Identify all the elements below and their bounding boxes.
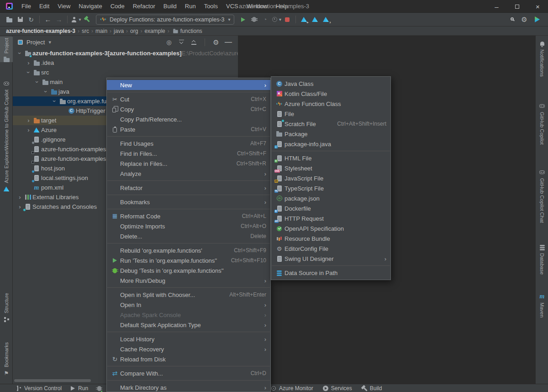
menubar-item-navigate[interactable]: Navigate [74, 0, 106, 13]
breadcrumb-item-functions[interactable]: functions [170, 27, 204, 35]
chevron-collapsed-icon[interactable]: › [25, 127, 32, 133]
run-button[interactable] [238, 14, 249, 25]
tool-window-button-github-copilot[interactable]: GitHub Copilot [536, 101, 548, 154]
chevron-expanded-icon[interactable]: › [34, 79, 41, 85]
azure-button[interactable] [310, 14, 321, 25]
breadcrumb-item-azure-function-examples-3[interactable]: azure-function-examples-3 [5, 28, 77, 34]
menu-item-new[interactable]: New› [107, 80, 270, 90]
menu-item-javascript-file[interactable]: JSJavaScript File [271, 173, 390, 183]
menu-item-stylesheet[interactable]: CSSStylesheet [271, 163, 390, 173]
menu-item-refactor[interactable]: Refactor› [107, 183, 270, 193]
menu-item-editorconfig-file[interactable]: ⚙EditorConfig File [271, 244, 390, 254]
search-button[interactable] [506, 14, 517, 25]
menu-item-cut[interactable]: ✂CutCtrl+X [107, 94, 270, 104]
menubar-item-help[interactable]: Help [272, 0, 292, 13]
collapse-all-button[interactable] [190, 38, 198, 46]
menu-item-html-file[interactable]: HHTML File [271, 153, 390, 163]
tool-window-button-welcome-to-github-copilot[interactable]: Welcome to GitHub Copilot [0, 79, 13, 145]
hide-button[interactable]: — [224, 38, 232, 46]
menubar-item-refactor[interactable]: Refactor [129, 0, 159, 13]
menu-item-java-class[interactable]: CJava Class [271, 79, 390, 89]
menu-item-paste[interactable]: PasteCtrl+V [107, 124, 270, 134]
menu-item-package-info-java[interactable]: jpackage-info.java [271, 139, 390, 149]
menu-item-bookmarks[interactable]: Bookmarks› [107, 197, 270, 207]
plugin-button[interactable] [532, 14, 543, 25]
coverage-button[interactable]: ◔ [260, 14, 271, 25]
menu-item-kotlin-class-file[interactable]: KKotlin Class/File [271, 89, 390, 99]
menu-item-file[interactable]: File [271, 109, 390, 119]
chevron-collapsed-icon[interactable]: › [16, 194, 23, 201]
menu-item-find-in-files[interactable]: Find in Files...Ctrl+Shift+F [107, 148, 270, 159]
status-bar-item-azure-monitor[interactable]: Azure Monitor [270, 385, 313, 392]
menu-item-debug-tests-in-org-example-functions[interactable]: Debug 'Tests in 'org.example.functions'' [107, 265, 270, 275]
status-bar-item-build[interactable]: Build [361, 385, 382, 392]
breadcrumb-item-java[interactable]: java [112, 28, 125, 34]
menu-item-cache-recovery[interactable]: Cache Recovery› [107, 344, 270, 354]
profiler-button[interactable]: ▾ [271, 14, 282, 25]
menubar-item-code[interactable]: Code [106, 0, 129, 13]
menu-item-azure-function-class[interactable]: ‹ϟ›Azure Function Class [271, 99, 390, 109]
stop-button[interactable] [282, 14, 293, 25]
tool-window-button-maven[interactable]: mMaven [536, 291, 548, 323]
maximize-button[interactable] [507, 0, 527, 13]
project-view-selector[interactable]: Project ▾ [16, 38, 51, 46]
locate-button[interactable]: ◎ [165, 38, 173, 46]
forward-button[interactable]: → [53, 14, 64, 25]
menubar-item-view[interactable]: View [53, 0, 74, 13]
tool-window-button-database[interactable]: Database [536, 242, 548, 284]
menubar-item-file[interactable]: File [17, 0, 35, 13]
settings-button[interactable]: ⚙ [212, 38, 220, 46]
menubar-item-run[interactable]: Run [181, 0, 200, 13]
save-button[interactable] [15, 14, 26, 25]
menu-item-package[interactable]: Package [271, 129, 390, 139]
menu-item-apache-spark-console[interactable]: Apache Spark Console› [107, 310, 270, 320]
menu-item-delete[interactable]: Delete...Delete [107, 231, 270, 241]
menu-item-mark-directory-as[interactable]: Mark Directory as› [107, 382, 270, 392]
menu-item-optimize-imports[interactable]: Optimize ImportsCtrl+Alt+O [107, 221, 270, 231]
menu-item-find-usages[interactable]: Find UsagesAlt+F7 [107, 138, 270, 148]
menu-item-openapi-specification[interactable]: OpenAPI Specification [271, 223, 390, 233]
chevron-expanded-icon[interactable]: › [42, 88, 49, 95]
menu-item-copy-path-reference[interactable]: Copy Path/Reference... [107, 114, 270, 124]
tool-window-button-github-copilot-chat[interactable]: GitHub Copilot Chat [536, 167, 548, 238]
menu-item-reload-from-disk[interactable]: ↻Reload from Disk [107, 354, 270, 364]
user-button[interactable]: ▾ [70, 14, 81, 25]
azure-arrow-button[interactable]: › [321, 14, 332, 25]
chevron-collapsed-icon[interactable]: › [25, 117, 32, 124]
menubar-item-vcs[interactable]: VCS [222, 0, 242, 13]
breadcrumb-item-main[interactable]: main [94, 28, 109, 34]
run-configuration-select[interactable]: ‹ϟ›Deploy Functions: azure-function-exam… [96, 15, 234, 25]
horizontal-scrollbar[interactable] [14, 379, 91, 382]
menu-item-typescript-file[interactable]: TSTypeScript File [271, 183, 390, 193]
menubar-item-tools[interactable]: Tools [200, 0, 222, 13]
menu-item-open-in-split-with-chooser[interactable]: Open in Split with Chooser...Alt+Shift+E… [107, 290, 270, 300]
back-button[interactable]: ← [42, 14, 53, 25]
tool-window-button-azure-explorer[interactable]: Azure Explorer [0, 148, 13, 204]
debug-disabled-button[interactable] [249, 14, 260, 25]
status-bar-item-run[interactable]: Run [69, 385, 88, 392]
status-bar-item-services[interactable]: Services [322, 385, 352, 392]
menu-item-swing-ui-designer[interactable]: Swing UI Designer› [271, 254, 390, 264]
menu-item-resource-bundle[interactable]: Resource Bundle [271, 233, 390, 244]
tool-window-button-project[interactable]: Project [0, 37, 13, 62]
breadcrumb-item-src[interactable]: src [80, 28, 90, 34]
status-bar-item-version-control[interactable]: Version Control [16, 385, 62, 392]
menu-item-dockerfile[interactable]: DDockerfile [271, 203, 390, 213]
tool-window-button-notifications[interactable]: Notifications [536, 38, 548, 86]
status-bar-item-debug-status-icon[interactable] [96, 385, 102, 392]
menu-item-replace-in-files[interactable]: Replace in Files...Ctrl+Shift+R [107, 159, 270, 169]
tree-row-src[interactable]: ›src [13, 68, 238, 77]
chevron-expanded-icon[interactable]: › [51, 98, 58, 105]
menu-item-default-spark-application-type[interactable]: Default Spark Application Type› [107, 320, 270, 330]
menu-item-data-source-in-path[interactable]: Data Source in Path [271, 268, 390, 278]
menubar-item-build[interactable]: Build [159, 0, 181, 13]
menu-item-package-json[interactable]: JSpackage.json [271, 193, 390, 203]
tree-row-idea[interactable]: ›.idea [13, 58, 238, 68]
expand-all-button[interactable] [177, 38, 185, 46]
menubar-item-window[interactable]: Window [242, 0, 272, 13]
chevron-expanded-icon[interactable]: › [16, 50, 23, 57]
tree-row-azure-function-examples-3[interactable]: ›azure-function-examples-3 [azure-functi… [13, 48, 238, 58]
menu-item-run-tests-in-org-example-functions[interactable]: Run 'Tests in 'org.example.functions''Ct… [107, 255, 270, 265]
breadcrumb-item-org[interactable]: org [129, 28, 139, 34]
menu-item-copy[interactable]: CopyCtrl+C [107, 104, 270, 114]
